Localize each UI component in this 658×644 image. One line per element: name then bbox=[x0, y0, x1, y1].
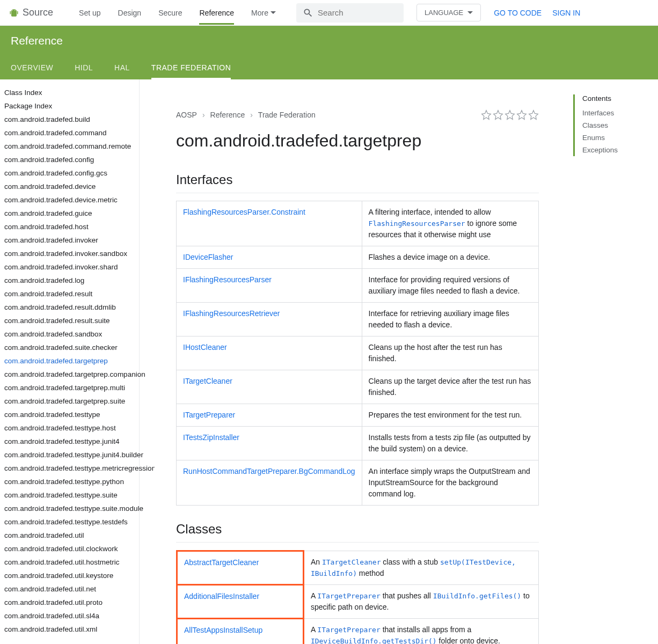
sidebar-item[interactable]: com.android.tradefed.testtype bbox=[0, 408, 139, 421]
interface-link[interactable]: IFlashingResourcesRetriever bbox=[183, 309, 280, 318]
code-link[interactable]: ITargetCleaner bbox=[322, 558, 381, 566]
class-link[interactable]: AdditionalFilesInstaller bbox=[184, 592, 259, 601]
sidebar-item[interactable]: com.android.tradefed.build bbox=[0, 113, 139, 126]
tab-tradefed[interactable]: TRADE FEDERATION bbox=[151, 56, 231, 79]
sidebar-item[interactable]: com.android.tradefed.guice bbox=[0, 207, 139, 220]
section-header: Reference OVERVIEW HIDL HAL TRADE FEDERA… bbox=[0, 26, 658, 79]
sidebar-item[interactable]: com.android.tradefed.invoker.sandbox bbox=[0, 247, 139, 260]
star-icon[interactable] bbox=[481, 109, 492, 120]
go-to-code-link[interactable]: GO TO CODE bbox=[494, 9, 542, 17]
code-link[interactable]: IDeviceBuildInfo.getTestsDir() bbox=[311, 637, 437, 644]
interface-link[interactable]: ITestsZipInstaller bbox=[183, 433, 239, 442]
sidebar-item[interactable]: com.android.tradefed.util.keystore bbox=[0, 569, 139, 582]
interface-link[interactable]: RunHostCommandTargetPreparer.BgCommandLo… bbox=[183, 467, 355, 475]
sidebar-item[interactable]: com.android.tradefed.targetprep bbox=[0, 354, 139, 368]
sidebar-item[interactable]: com.android.tradefed.targetprep.companio… bbox=[0, 368, 139, 381]
sidebar-item[interactable]: com.android.tradefed.targetprep.suite bbox=[0, 394, 139, 408]
sidebar-item[interactable]: com.android.tradefed.result.ddmlib bbox=[0, 301, 139, 314]
sidebar-item[interactable]: com.android.tradefed.invoker bbox=[0, 233, 139, 247]
class-link[interactable]: AllTestAppsInstallSetup bbox=[184, 626, 262, 634]
code-link[interactable]: FlashingResourcesParser bbox=[369, 219, 465, 228]
code-link[interactable]: ITargetPreparer bbox=[317, 626, 380, 634]
class-link[interactable]: AbstractTargetCleaner bbox=[184, 558, 259, 567]
table-of-contents: Contents Interfaces Classes Enums Except… bbox=[573, 94, 643, 156]
desc-cell: A filtering interface, intended to allow… bbox=[362, 201, 538, 246]
bc-tradefed[interactable]: Trade Federation bbox=[258, 111, 316, 119]
star-icon[interactable] bbox=[528, 109, 539, 120]
bc-reference[interactable]: Reference bbox=[210, 111, 245, 119]
sidebar-item[interactable]: com.android.tradefed.testtype.host bbox=[0, 421, 139, 435]
sidebar-item[interactable]: Class Index bbox=[0, 86, 139, 99]
toc-classes[interactable]: Classes bbox=[582, 119, 643, 131]
desc-cell: A ITargetPreparer that installs all apps… bbox=[303, 619, 538, 645]
tab-hidl[interactable]: HIDL bbox=[75, 56, 93, 79]
search-box[interactable] bbox=[296, 3, 404, 23]
sidebar-item[interactable]: com.android.tradefed.testtype.metricregr… bbox=[0, 462, 139, 475]
interface-link[interactable]: IFlashingResourcesParser bbox=[183, 275, 272, 284]
sidebar-item[interactable]: com.android.tradefed.targetprep.multi bbox=[0, 381, 139, 394]
sidebar-item[interactable]: com.android.tradefed.device bbox=[0, 180, 139, 193]
language-button[interactable]: LANGUAGE bbox=[416, 4, 481, 21]
sidebar-item[interactable]: com.android.tradefed.testtype.suite.modu… bbox=[0, 502, 139, 515]
nav-secure[interactable]: Secure bbox=[158, 1, 182, 25]
sidebar-item[interactable]: com.android.tradefed.testtype.junit4.bui… bbox=[0, 448, 139, 462]
interface-link[interactable]: ITargetPreparer bbox=[183, 411, 235, 419]
rating-stars[interactable] bbox=[481, 109, 539, 120]
sidebar-item[interactable]: com.android.tradefed.util.xml bbox=[0, 623, 139, 636]
sidebar-item[interactable]: com.android.tradefed.invoker.shard bbox=[0, 260, 139, 274]
sidebar-item[interactable]: com.android.tradefed.log bbox=[0, 274, 139, 287]
star-icon[interactable] bbox=[516, 109, 527, 120]
star-icon[interactable] bbox=[505, 109, 515, 120]
sidebar-item[interactable]: com.android.tradefed.util.clockwork bbox=[0, 542, 139, 555]
sidebar-item[interactable]: Package Index bbox=[0, 99, 139, 113]
sidebar-item[interactable]: com.android.tradefed.suite.checker bbox=[0, 341, 139, 354]
interface-link[interactable]: IDeviceFlasher bbox=[183, 253, 233, 261]
sidebar-item[interactable]: com.android.tradefed.command bbox=[0, 126, 139, 140]
desc-cell: Interface for providing required version… bbox=[362, 269, 538, 303]
star-icon[interactable] bbox=[493, 109, 503, 120]
bc-aosp[interactable]: AOSP bbox=[176, 111, 197, 119]
sidebar-item[interactable]: com.android.tradefed.config bbox=[0, 153, 139, 166]
sidebar-item[interactable]: com.android.tradefed.testtype.junit4 bbox=[0, 435, 139, 448]
nav-more[interactable]: More bbox=[251, 1, 276, 25]
interface-link[interactable]: ITargetCleaner bbox=[183, 377, 232, 385]
android-icon bbox=[9, 6, 19, 19]
table-row: AbstractTargetCleanerAn ITargetCleaner c… bbox=[177, 551, 539, 585]
toc-interfaces[interactable]: Interfaces bbox=[582, 107, 643, 119]
sidebar-item[interactable]: com.android.tradefed.util bbox=[0, 529, 139, 542]
sidebar-item[interactable]: com.android.tradefed.util.hostmetric bbox=[0, 555, 139, 569]
sidebar-item[interactable]: com.android.tradefed.result.suite bbox=[0, 314, 139, 327]
interface-link[interactable]: FlashingResourcesParser.Constraint bbox=[183, 208, 305, 216]
top-bar: Source Set up Design Secure Reference Mo… bbox=[0, 0, 658, 26]
sidebar-item[interactable]: com.android.tradefed.util.sl4a bbox=[0, 609, 139, 623]
code-link[interactable]: IBuildInfo.getFiles() bbox=[433, 592, 521, 600]
nav-setup[interactable]: Set up bbox=[79, 1, 100, 25]
sidebar-item[interactable]: com.android.tradefed.command.remote bbox=[0, 140, 139, 153]
sidebar-item[interactable]: com.android.tradefed.config.gcs bbox=[0, 166, 139, 180]
logo[interactable]: Source bbox=[9, 6, 53, 19]
table-row: IFlashingResourcesParserInterface for pr… bbox=[177, 269, 539, 303]
sidebar-item[interactable]: com.android.tradefed.util.proto bbox=[0, 596, 139, 609]
sidebar-item[interactable]: com.android.tradefed.sandbox bbox=[0, 327, 139, 341]
toc-exceptions[interactable]: Exceptions bbox=[582, 144, 643, 156]
sidebar-item[interactable]: com.android.tradefed.host bbox=[0, 220, 139, 233]
caret-down-icon bbox=[467, 10, 473, 16]
sidebar-item[interactable]: com.android.tradefed.util.net bbox=[0, 582, 139, 596]
sidebar-item[interactable]: com.android.tradefed.device.metric bbox=[0, 193, 139, 207]
sidebar-item[interactable]: com.android.tradefed.testtype.testdefs bbox=[0, 515, 139, 529]
tab-hal[interactable]: HAL bbox=[114, 56, 130, 79]
toc-enums[interactable]: Enums bbox=[582, 131, 643, 144]
sign-in-link[interactable]: SIGN IN bbox=[552, 9, 580, 17]
sidebar-item[interactable]: com.android.tradefed.testtype.suite bbox=[0, 488, 139, 502]
logo-text: Source bbox=[23, 7, 53, 18]
interface-link[interactable]: IHostCleaner bbox=[183, 343, 227, 352]
nav-reference[interactable]: Reference bbox=[199, 1, 234, 25]
sidebar-item[interactable]: com.android.tradefed.result bbox=[0, 287, 139, 301]
interfaces-heading: Interfaces bbox=[176, 172, 539, 193]
search-input[interactable] bbox=[313, 8, 397, 17]
tab-overview[interactable]: OVERVIEW bbox=[11, 56, 53, 79]
sidebar-item[interactable]: com.android.tradefed.testtype.python bbox=[0, 475, 139, 488]
nav-design[interactable]: Design bbox=[118, 1, 142, 25]
desc-cell: Flashes a device image on a device. bbox=[362, 246, 538, 269]
code-link[interactable]: ITargetPreparer bbox=[317, 592, 380, 600]
